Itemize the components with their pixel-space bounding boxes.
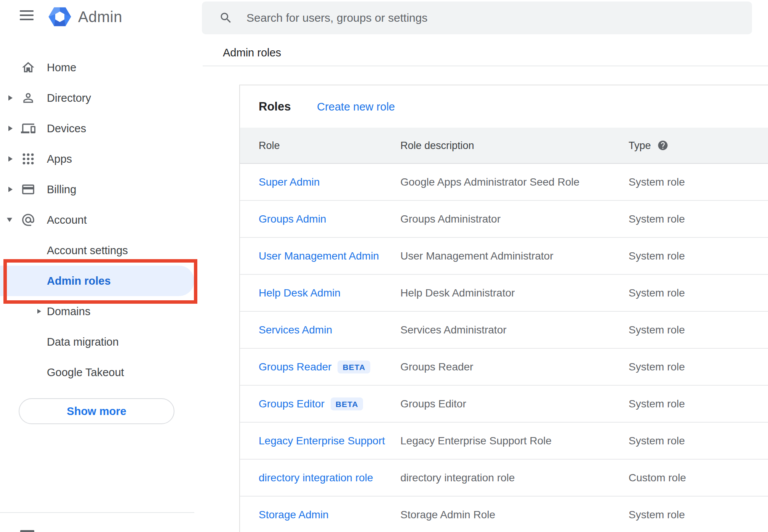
billing-icon (21, 182, 35, 197)
chevron-right-icon[interactable] (8, 187, 13, 192)
role-link[interactable]: Legacy Enterprise Support (259, 435, 385, 447)
role-link[interactable]: Help Desk Admin (259, 287, 341, 299)
role-link[interactable]: directory integration role (259, 472, 373, 484)
column-header-type: Type (629, 139, 669, 151)
role-link[interactable]: Services Admin (259, 324, 332, 336)
role-description: Groups Administrator (400, 213, 501, 225)
sidebar-item-label: Data migration (47, 336, 119, 348)
role-description: Google Apps Administrator Seed Role (400, 176, 579, 188)
table-row: directory integration roledirectory inte… (240, 460, 768, 497)
cutoff-bottom-icon (20, 530, 34, 532)
role-link-label: directory integration role (259, 472, 373, 484)
table-row: Legacy Enterprise SupportLegacy Enterpri… (240, 423, 768, 460)
role-link[interactable]: Groups EditorBETA (259, 397, 363, 410)
sidebar-item-devices[interactable]: Devices (0, 113, 202, 144)
role-description: User Management Administrator (400, 250, 554, 262)
role-type: System role (629, 509, 685, 521)
search-icon (219, 11, 233, 25)
search-input[interactable] (246, 11, 723, 24)
chevron-right-icon[interactable] (37, 309, 41, 314)
apps-icon (21, 152, 35, 166)
role-description: Services Administrator (400, 324, 507, 336)
table-row: Super AdminGoogle Apps Administrator See… (240, 164, 768, 201)
sidebar-item-directory[interactable]: Directory (0, 83, 202, 113)
role-link-label: Super Admin (259, 176, 320, 188)
sidebar-item-label: Account (47, 214, 87, 226)
roles-table-body: Super AdminGoogle Apps Administrator See… (240, 164, 768, 532)
roles-card-titlebar: Roles Create new role (240, 85, 768, 128)
breadcrumb: Admin roles (223, 46, 281, 59)
role-type: System role (629, 287, 685, 299)
sidebar-item-account[interactable]: Account (0, 205, 202, 235)
home-icon (21, 60, 35, 75)
show-more-button[interactable]: Show more (19, 398, 174, 424)
sidebar-divider (0, 512, 194, 513)
role-link-label: Legacy Enterprise Support (259, 435, 385, 447)
chevron-right-icon[interactable] (8, 126, 13, 131)
sidebar-item-label: Billing (47, 183, 76, 196)
role-type: System role (629, 398, 685, 410)
roles-card: Roles Create new role Role Role descript… (239, 85, 768, 532)
chevron-right-icon[interactable] (8, 95, 13, 101)
roles-table-header: Role Role description Type (240, 128, 768, 164)
role-type: Custom role (629, 472, 686, 484)
sidebar-item-label: Admin roles (47, 275, 111, 287)
admin-logo-text: Admin (78, 8, 122, 26)
devices-icon (21, 121, 35, 136)
sidebar-item-label: Account settings (47, 244, 128, 257)
table-row: Groups ReaderBETAGroups ReaderSystem rol… (240, 349, 768, 386)
role-link-label: Storage Admin (259, 509, 329, 521)
role-link-label: Services Admin (259, 324, 332, 336)
sidebar-item-google-takeout[interactable]: Google Takeout (0, 357, 202, 388)
role-description: Help Desk Administrator (400, 287, 515, 299)
sidebar: Admin HomeDirectoryDevicesAppsBillingAcc… (0, 0, 202, 532)
sidebar-item-apps[interactable]: Apps (0, 144, 202, 174)
sidebar-item-label: Directory (47, 92, 91, 104)
role-link[interactable]: Groups ReaderBETA (259, 361, 370, 373)
sidebar-item-domains[interactable]: Domains (0, 296, 202, 327)
sidebar-item-data-migration[interactable]: Data migration (0, 327, 202, 357)
table-row: Storage AdminStorage Admin RoleSystem ro… (240, 497, 768, 532)
page-title: Roles (259, 100, 291, 114)
role-link-label: Help Desk Admin (259, 287, 341, 299)
role-link-label: Groups Reader (259, 361, 331, 373)
table-row: User Management AdminUser Management Adm… (240, 238, 768, 275)
sidebar-nav: HomeDirectoryDevicesAppsBillingAccountAc… (0, 52, 202, 388)
role-description: Legacy Enterprise Support Role (400, 435, 552, 447)
role-link-label: User Management Admin (259, 250, 379, 262)
sidebar-item-label: Home (47, 61, 76, 74)
table-row: Services AdminServices AdministratorSyst… (240, 312, 768, 349)
sidebar-item-admin-roles[interactable]: Admin roles (0, 266, 194, 296)
role-description: Storage Admin Role (400, 509, 495, 521)
beta-badge: BETA (338, 361, 370, 373)
sidebar-item-label: Domains (47, 305, 90, 318)
role-type: System role (629, 250, 685, 262)
table-row: Groups EditorBETAGroups EditorSystem rol… (240, 386, 768, 423)
chevron-down-icon[interactable] (7, 218, 12, 222)
google-admin-console: Admin HomeDirectoryDevicesAppsBillingAcc… (0, 0, 768, 532)
sidebar-item-home[interactable]: Home (0, 52, 202, 83)
role-type: System role (629, 435, 685, 447)
admin-logo[interactable]: Admin (48, 5, 122, 28)
help-icon[interactable] (657, 140, 669, 151)
directory-icon (21, 91, 35, 105)
chevron-right-icon[interactable] (8, 156, 13, 162)
role-link[interactable]: User Management Admin (259, 250, 379, 262)
menu-button[interactable] (20, 10, 34, 20)
role-description: directory integration role (400, 472, 515, 484)
hamburger-icon (20, 10, 34, 12)
column-header-role-description: Role description (400, 139, 474, 151)
table-row: Help Desk AdminHelp Desk AdministratorSy… (240, 275, 768, 312)
role-type: System role (629, 361, 685, 373)
sidebar-item-account-settings[interactable]: Account settings (0, 235, 202, 266)
role-type: System role (629, 324, 685, 336)
create-new-role-link[interactable]: Create new role (317, 100, 395, 113)
role-link[interactable]: Groups Admin (259, 213, 326, 225)
search-bar (202, 2, 752, 34)
role-description: Groups Editor (400, 398, 466, 410)
role-link[interactable]: Super Admin (259, 176, 320, 188)
sidebar-item-billing[interactable]: Billing (0, 174, 202, 205)
sidebar-item-label: Apps (47, 153, 72, 165)
role-link[interactable]: Storage Admin (259, 509, 329, 521)
column-header-role: Role (259, 139, 280, 151)
